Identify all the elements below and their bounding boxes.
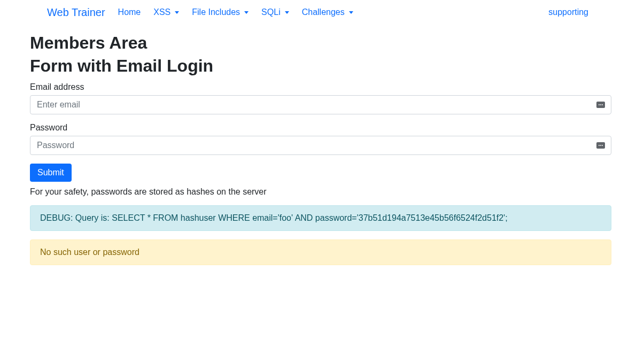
autofill-icon[interactable] — [596, 102, 605, 108]
autofill-icon[interactable] — [596, 142, 605, 149]
nav-xss[interactable]: XSS — [149, 4, 183, 20]
nav-home[interactable]: Home — [114, 4, 145, 20]
page-title-2: Form with Email Login — [30, 56, 611, 76]
nav-label: Challenges — [302, 7, 345, 17]
chevron-down-icon — [349, 11, 353, 14]
chevron-down-icon — [175, 11, 179, 14]
password-label: Password — [30, 123, 611, 133]
nav-challenges[interactable]: Challenges — [298, 4, 358, 20]
chevron-down-icon — [285, 11, 289, 14]
nav-file-includes[interactable]: File Includes — [188, 4, 253, 20]
nav-list: Home XSS File Includes SQLi Challenges s… — [114, 4, 597, 20]
nav-supporting[interactable]: supporting — [544, 4, 593, 20]
nav-label: SQLi — [261, 7, 281, 17]
nav-label: File Includes — [192, 7, 240, 17]
submit-button[interactable]: Submit — [30, 164, 72, 182]
warning-alert: No such user or password — [30, 239, 611, 265]
password-input[interactable] — [30, 136, 611, 155]
email-label: Email address — [30, 82, 611, 92]
debug-alert: DEBUG: Query is: SELECT * FROM hashuser … — [30, 205, 611, 231]
nav-label: XSS — [153, 7, 170, 17]
nav-label: Home — [118, 7, 141, 17]
brand-link[interactable]: Web Trainer — [47, 6, 105, 19]
login-form: Email address Password Submit For your s… — [30, 82, 611, 197]
main-container: Members Area Form with Email Login Email… — [0, 33, 641, 265]
navbar: Web Trainer Home XSS File Includes SQLi … — [38, 0, 606, 25]
chevron-down-icon — [244, 11, 249, 14]
nav-sqli[interactable]: SQLi — [257, 4, 293, 20]
safety-note: For your safety, passwords are stored as… — [30, 187, 611, 197]
page-title-1: Members Area — [30, 33, 611, 53]
email-input[interactable] — [30, 95, 611, 114]
